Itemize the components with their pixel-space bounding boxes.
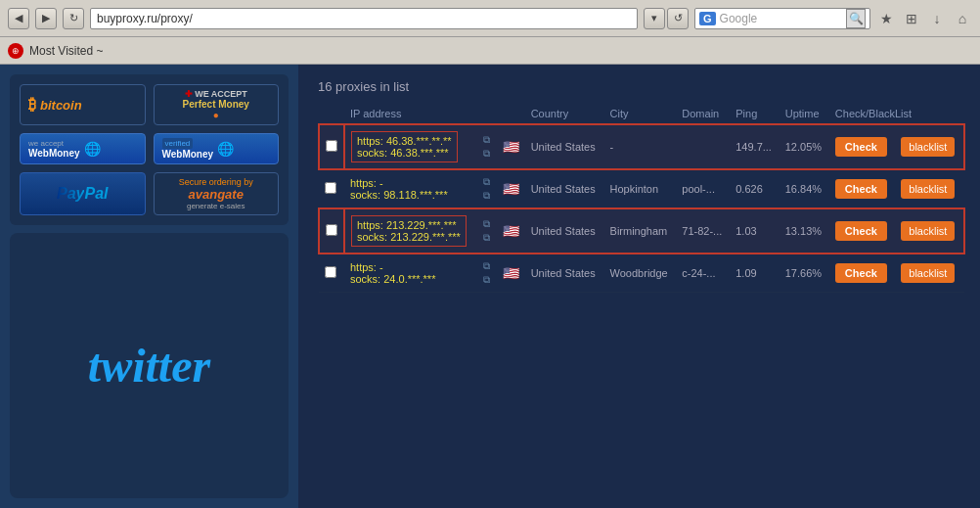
ip-socks: socks: 98.118.***.*** [350, 189, 471, 201]
row-checkbox[interactable] [325, 182, 336, 194]
row-country-cell: United States [525, 124, 604, 169]
ping-value: 1.09 [735, 267, 756, 279]
row-checkbox[interactable] [325, 266, 336, 278]
paypal-button[interactable]: PayPal [20, 172, 146, 215]
webmoney2-globe-icon: 🌐 [217, 141, 234, 157]
most-visited-bookmark[interactable]: Most Visited ~ [29, 44, 103, 58]
webmoney-label: WebMoney [28, 148, 80, 159]
country-flag-icon: 🇺🇸 [503, 223, 519, 239]
bookmarks-bar: ⊕ Most Visited ~ [0, 37, 980, 65]
table-row: https: 213.229.***.*** socks: 213.229.**… [319, 208, 964, 254]
search-button[interactable]: 🔍 [846, 9, 866, 28]
we-accept-label: we accept [28, 139, 64, 148]
check-button[interactable]: Check [835, 137, 887, 157]
avangate-label: avangate [189, 187, 244, 202]
copy-socks-icon[interactable]: ⧉ [483, 232, 491, 244]
webmoney-globe-icon: 🌐 [84, 141, 101, 157]
row-blacklist-cell: blacklist [895, 169, 964, 208]
row-copy-cell: ⧉ ⧉ [477, 208, 497, 254]
ip-https: https: 213.229.***.*** [357, 219, 461, 231]
ip-https: https: - [350, 177, 471, 189]
col-domain: Domain [676, 104, 730, 124]
refresh-btn[interactable]: ↺ [667, 8, 689, 29]
country-name: United States [531, 267, 596, 279]
ip-socks: socks: 213.229.***.*** [357, 231, 461, 243]
check-button[interactable]: Check [835, 221, 887, 241]
row-uptime-cell: 12.05% [780, 124, 829, 169]
back-button[interactable]: ◀ [8, 8, 29, 29]
main-layout: ₿ bitcoin ✚ WE ACCEPT Perfect Money ● we… [0, 65, 980, 508]
row-flag-cell: 🇺🇸 [497, 254, 525, 293]
copy-socks-icon[interactable]: ⧉ [483, 190, 491, 202]
row-copy-cell: ⧉ ⧉ [477, 254, 497, 293]
perfect-money-button[interactable]: ✚ WE ACCEPT Perfect Money ● [154, 84, 280, 125]
copy-https-icon[interactable]: ⧉ [483, 218, 491, 230]
url-bar[interactable]: buyproxy.ru/proxy/ [90, 8, 638, 29]
forward-button[interactable]: ▶ [35, 8, 57, 29]
webmoney-accept-button[interactable]: we accept WebMoney 🌐 [20, 133, 146, 164]
col-uptime: Uptime [780, 104, 829, 124]
ip-socks: socks: 46.38.***.*** [357, 147, 452, 159]
country-name: United States [531, 183, 596, 195]
row-ip-cell: https: 46.38.***.**.** socks: 46.38.***.… [344, 124, 477, 169]
row-domain-cell: pool-... [676, 169, 730, 208]
history-icon[interactable]: ⊞ [902, 9, 921, 28]
reload-button[interactable]: ↻ [63, 8, 84, 29]
row-domain-cell: c-24-... [676, 254, 730, 293]
search-bar[interactable]: G Google 🔍 [694, 8, 870, 29]
home-icon[interactable]: ⌂ [953, 9, 972, 28]
bookmark-label: Most Visited ~ [29, 44, 103, 58]
row-city-cell: Birmingham [604, 208, 677, 254]
row-checkbox[interactable] [326, 224, 337, 236]
verified-label: verified [162, 138, 194, 149]
check-button[interactable]: Check [835, 179, 887, 199]
row-ping-cell: 149.7... [730, 124, 780, 169]
copy-https-icon[interactable]: ⧉ [483, 260, 491, 272]
blacklist-button[interactable]: blacklist [901, 263, 955, 283]
country-name: United States [531, 141, 596, 153]
row-checkbox-cell [319, 169, 344, 208]
row-check-cell: Check [829, 124, 895, 169]
row-check-cell: Check [829, 208, 895, 254]
copy-socks-icon[interactable]: ⧉ [483, 148, 491, 160]
col-country: Country [525, 104, 604, 124]
copy-socks-icon[interactable]: ⧉ [483, 274, 491, 286]
row-blacklist-cell: blacklist [895, 254, 964, 293]
row-checkbox-cell [319, 208, 344, 254]
ping-value: 149.7... [735, 141, 772, 153]
row-city-cell: - [604, 124, 677, 169]
row-ip-cell: https: - socks: 98.118.***.*** [344, 169, 477, 208]
country-name: United States [531, 225, 596, 237]
twitter-panel[interactable]: twitter [10, 233, 289, 498]
row-checkbox[interactable] [326, 140, 337, 152]
dropdown-btn[interactable]: ▾ [644, 8, 665, 29]
bookmark-star-icon[interactable]: ★ [876, 9, 896, 28]
row-city-cell: Woodbridge [604, 254, 677, 293]
bitcoin-button[interactable]: ₿ bitcoin [20, 84, 146, 125]
bitcoin-label: bitcoin [40, 98, 82, 113]
country-flag-icon: 🇺🇸 [503, 181, 519, 197]
row-flag-cell: 🇺🇸 [497, 124, 525, 169]
webmoney-verified-button[interactable]: verified WebMoney 🌐 [154, 133, 280, 164]
download-icon[interactable]: ↓ [927, 9, 947, 28]
ip-socks: socks: 24.0.***.*** [350, 273, 471, 285]
perfect-money-label: Perfect Money [183, 99, 249, 110]
blacklist-button[interactable]: blacklist [901, 137, 955, 157]
col-city: City [604, 104, 677, 124]
ping-value: 0.626 [735, 183, 763, 195]
avangate-sub: generate e-sales [187, 202, 245, 210]
webmoney2-label: WebMoney [162, 149, 214, 160]
row-uptime-cell: 13.13% [780, 208, 829, 254]
copy-https-icon[interactable]: ⧉ [483, 134, 491, 146]
proxy-count: 16 proxies in list [318, 79, 965, 94]
row-copy-cell: ⧉ ⧉ [477, 124, 497, 169]
ip-https: https: 46.38.***.**.** [357, 135, 452, 147]
row-copy-cell: ⧉ ⧉ [477, 169, 497, 208]
copy-https-icon[interactable]: ⧉ [483, 176, 491, 188]
avangate-button[interactable]: Secure ordering by avangate generate e-s… [154, 172, 280, 215]
domain-value: pool-... [682, 183, 715, 195]
uptime-value: 13.13% [785, 225, 822, 237]
blacklist-button[interactable]: blacklist [901, 221, 955, 241]
blacklist-button[interactable]: blacklist [901, 179, 955, 199]
check-button[interactable]: Check [835, 263, 887, 283]
